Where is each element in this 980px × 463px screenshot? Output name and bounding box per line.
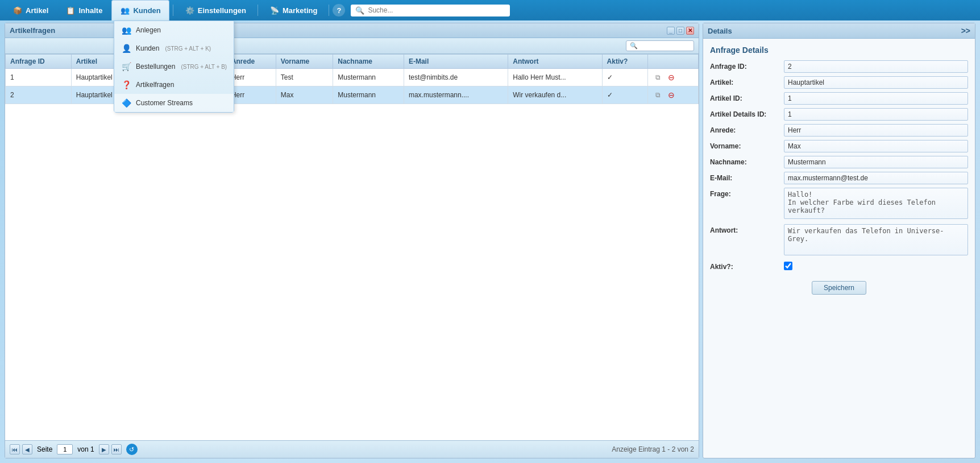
table-toolbar: 🔍 (5, 38, 699, 54)
nav-kunden[interactable]: 👥 Kunden (111, 0, 169, 20)
col-antwort: Antwort (508, 55, 602, 69)
refresh-button[interactable]: ↺ (126, 444, 138, 455)
minimize-button[interactable]: _ (667, 27, 675, 35)
artikel-label: Artikel: (710, 76, 784, 86)
prev-page-button[interactable]: ◀ (22, 444, 32, 454)
next-page-button[interactable]: ▶ (99, 444, 109, 454)
seite-label: Seite (37, 445, 52, 453)
nav-einstellungen[interactable]: ⚙️ Einstellungen (177, 0, 254, 20)
kunden-dropdown: 👥 Anlegen 👤 Kunden (STRG + ALT + K) 🛒 Be… (114, 20, 234, 113)
frage-label: Frage: (710, 188, 784, 198)
delete-button[interactable]: ⊖ (666, 72, 677, 83)
table-header-row: Anfrage ID Artikel Artikel ID Anrede Vor… (6, 55, 699, 69)
detail-row-aktiv: Aktiv?: (710, 261, 968, 272)
artikel-id-input[interactable] (784, 92, 968, 105)
nachname-value (784, 156, 968, 168)
topnav: 📦 Artikel 📋 Inhalte 👥 Kunden ⚙️ Einstell… (0, 0, 980, 20)
anfrage-id-value (784, 60, 968, 73)
nav-divider-2 (258, 5, 258, 16)
dropdown-artikelfragen[interactable]: ❓ Artikelfragen (114, 76, 234, 94)
col-nachname: Nachname (333, 55, 404, 69)
detail-row-vorname: Vorname: (710, 140, 968, 152)
aktiv-value (784, 261, 968, 272)
window-controls: _ □ ✕ (667, 27, 694, 35)
table-body: 1 Hauptartikel mit ... 11 Herr Test Must… (6, 69, 699, 104)
einstellungen-icon: ⚙️ (185, 5, 195, 15)
last-page-button[interactable]: ⏭ (111, 444, 122, 454)
details-panel-title: Details (708, 27, 732, 35)
detail-row-antwort: Antwort: Wir verkaufen das Telefon in Un… (710, 224, 968, 257)
table-search-input[interactable] (640, 43, 690, 49)
collapse-button[interactable]: >> (961, 26, 970, 35)
email-value (784, 172, 968, 184)
details-body: Anfrage Details Anfrage ID: Artikel: Art… (703, 39, 975, 458)
search-container: 🔍 (351, 5, 510, 16)
detail-row-email: E-Mail: (710, 172, 968, 184)
copy-button[interactable]: ⧉ (653, 72, 664, 83)
antwort-textarea[interactable]: Wir verkaufen das Telefon in Universe-Gr… (784, 224, 968, 255)
help-button[interactable]: ? (333, 4, 345, 16)
customer-streams-icon: 🔷 (121, 98, 131, 108)
window-title: Artikelfragen (10, 26, 55, 35)
search-box: 🔍 (351, 5, 510, 16)
table-row[interactable]: 2 Hauptartikel 1 Herr Max Mustermann max… (6, 86, 699, 104)
copy-button[interactable]: ⧉ (653, 89, 664, 101)
marketing-icon: 📡 (269, 5, 280, 15)
email-label: E-Mail: (710, 172, 784, 182)
nav-inhalte[interactable]: 📋 Inhalte (57, 0, 110, 20)
delete-button[interactable]: ⊖ (666, 89, 677, 101)
save-button[interactable]: Speichern (812, 281, 866, 295)
col-email: E-Mail (404, 55, 508, 69)
table-row[interactable]: 1 Hauptartikel mit ... 11 Herr Test Must… (6, 69, 699, 86)
nav-marketing[interactable]: 📡 Marketing (261, 0, 325, 20)
save-container: Speichern (710, 276, 968, 295)
detail-row-anrede: Anrede: (710, 124, 968, 137)
details-section-title: Anfrage Details (710, 46, 968, 55)
page-input[interactable] (57, 444, 73, 454)
anfrage-id-label: Anfrage ID: (710, 60, 784, 71)
dropdown-bestellungen[interactable]: 🛒 Bestellungen (STRG + ALT + B) (114, 57, 234, 76)
dropdown-kunden[interactable]: 👤 Kunden (STRG + ALT + K) (114, 39, 234, 57)
first-page-button[interactable]: ⏮ (10, 444, 20, 454)
table-search-icon: 🔍 (630, 42, 638, 49)
artikel-details-id-input[interactable] (784, 108, 968, 121)
von-label: von 1 (77, 445, 94, 453)
anrede-label: Anrede: (710, 124, 784, 134)
anfrage-id-input[interactable] (784, 60, 968, 73)
aktiv-label: Aktiv?: (710, 261, 784, 271)
artikelfragen-icon: ❓ (121, 80, 131, 90)
cell-nachname: Mustermann (333, 86, 404, 104)
artikel-details-id-value (784, 108, 968, 121)
antwort-label: Antwort: (710, 224, 784, 234)
vorname-value (784, 140, 968, 152)
anlegen-icon: 👥 (121, 25, 131, 35)
cell-email: max.mustermann.... (404, 86, 508, 104)
dropdown-anlegen[interactable]: 👥 Anlegen (114, 21, 234, 39)
col-vorname: Vorname (276, 55, 333, 69)
dropdown-customer-streams[interactable]: 🔷 Customer Streams (114, 94, 234, 112)
email-input[interactable] (784, 172, 968, 184)
col-actions (647, 55, 698, 69)
details-header: Details >> (703, 23, 975, 39)
anrede-value (784, 124, 968, 137)
frage-textarea[interactable]: Hallo! In welcher Farbe wird dieses Tele… (784, 188, 968, 219)
vorname-input[interactable] (784, 140, 968, 152)
maximize-button[interactable]: □ (676, 27, 684, 35)
artikelfragen-window: Artikelfragen _ □ ✕ 🔍 Anfrage ID Artikel (5, 23, 699, 458)
cell-actions: ⧉ ⊖ (647, 69, 698, 86)
anrede-input[interactable] (784, 124, 968, 137)
close-button[interactable]: ✕ (686, 27, 694, 35)
cell-actions: ⧉ ⊖ (647, 86, 698, 104)
pagination: ⏮ ◀ Seite von 1 ▶ ⏭ ↺ Anzeige Eintrag 1 … (5, 440, 699, 458)
artikel-details-id-label: Artikel Details ID: (710, 108, 784, 118)
artikel-id-value (784, 92, 968, 105)
search-icon: 🔍 (355, 6, 364, 15)
col-anfrage-id: Anfrage ID (6, 55, 72, 69)
nav-divider-1 (173, 5, 173, 16)
search-input[interactable] (368, 6, 505, 14)
cell-vorname: Test (276, 69, 333, 86)
nav-artikel[interactable]: 📦 Artikel (5, 0, 56, 20)
aktiv-checkbox[interactable] (784, 262, 792, 270)
nachname-input[interactable] (784, 156, 968, 168)
artikel-input[interactable] (784, 76, 968, 89)
